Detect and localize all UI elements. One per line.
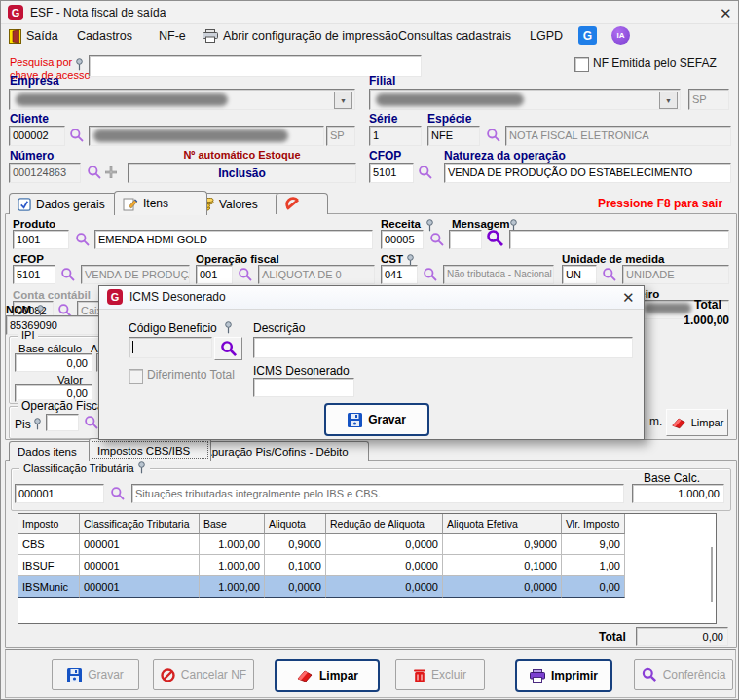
classificacao-code-field[interactable]: 000001 (15, 484, 104, 503)
sefaz-checkbox-label: NF Emitida pelo SEFAZ (593, 56, 717, 70)
dialog-gravar-button[interactable]: Gravar (324, 403, 429, 436)
table-row-selected[interactable]: IBSMunic 000001 1.000,00 0,0000 0,0000 0… (18, 576, 716, 598)
dialog-close-button[interactable]: ✕ (622, 289, 635, 307)
item-cfop-field[interactable]: 5101 (13, 265, 55, 284)
col-aliquota[interactable]: Aliquota (265, 514, 326, 534)
app-window: G ESF - Nota fiscal de saída ✕ Saída Cad… (0, 0, 739, 700)
search-icon[interactable] (486, 128, 501, 143)
menu-nfe[interactable]: NF-e (159, 24, 186, 48)
mensagem-code-field[interactable] (449, 230, 482, 249)
search-icon[interactable] (418, 165, 433, 180)
window-close-button[interactable]: ✕ (720, 5, 732, 22)
tab-impostos-cbs-ibs[interactable]: Impostos CBS/IBS (89, 438, 211, 461)
limpar-button[interactable]: Limpar (275, 659, 380, 692)
cst-desc-field: Não tributada - Nacional (443, 265, 554, 284)
floppy-icon (348, 413, 362, 427)
tab-itens[interactable]: Itens (114, 191, 207, 215)
menu-config-impressao[interactable]: Abrir configuração de impressão (203, 24, 398, 48)
pin-icon (137, 461, 146, 474)
search-icon[interactable] (602, 267, 617, 282)
search-icon[interactable] (75, 232, 91, 247)
plus-icon[interactable] (105, 166, 117, 178)
search-icon[interactable] (69, 128, 85, 143)
col-reducao[interactable]: Redução de Aliquota (326, 514, 443, 534)
title-bar: G ESF - Nota fiscal de saída ✕ (1, 1, 738, 24)
search-icon-bold[interactable] (486, 229, 504, 247)
search-icon[interactable] (84, 415, 99, 430)
opfiscal-label: Operação fiscal (196, 253, 279, 265)
auto-estoque-label: Nº automático Estoque (128, 149, 356, 161)
menu-saida[interactable]: Saída (9, 24, 58, 48)
table-header-row: Imposto Classificação Tributaria Base Al… (18, 514, 716, 534)
printer-icon (203, 29, 218, 43)
tab-extra[interactable] (276, 193, 328, 214)
table-row[interactable]: CBS 000001 1.000,00 0,9000 0,0000 0,9000… (18, 534, 716, 555)
combo-arrow-icon[interactable]: ▼ (659, 92, 678, 109)
pis-field[interactable] (46, 414, 79, 431)
pin-icon (33, 417, 42, 434)
um-label: Unidade de medida (562, 253, 664, 265)
codigo-search-button[interactable] (214, 337, 242, 360)
cst-field[interactable]: 041 (381, 265, 418, 284)
search-icon[interactable] (238, 267, 253, 282)
search-icon[interactable] (110, 486, 126, 501)
exit-door-icon (9, 29, 21, 44)
natureza-field[interactable]: VENDA DE PRODUÇÃO DO ESTABELECIMENTO (444, 163, 731, 183)
serie-field[interactable]: 1 (369, 126, 422, 146)
um-field[interactable]: UN (562, 265, 597, 284)
cliente-code-field[interactable]: 000002 (9, 126, 65, 146)
search-icon[interactable] (60, 267, 76, 282)
col-imposto[interactable]: Imposto (18, 514, 80, 534)
menu-ia-badge-icon[interactable]: IA (611, 26, 630, 45)
menu-g-badge-icon[interactable]: G (578, 26, 597, 45)
opfiscal-field[interactable]: 001 (196, 265, 233, 284)
descricao-field[interactable] (253, 337, 633, 358)
tab-apuracao-pis-cofins[interactable]: Apuração Pis/Cofins - Débito (196, 441, 369, 461)
icms-desonerado-field[interactable] (253, 378, 354, 397)
gravar-button: Gravar (52, 659, 139, 690)
numero-field: 000124863 (9, 163, 81, 183)
ipi-base-field[interactable]: 0,00 (15, 353, 92, 372)
table-scrollbar[interactable] (711, 547, 713, 602)
menu-consultas-cadastrais[interactable]: Consultas cadastrais (398, 24, 511, 48)
receita-field[interactable]: 00005 (381, 230, 424, 249)
filial-combobox[interactable]: ▼ (369, 89, 681, 110)
menu-cadastros[interactable]: Cadastros (77, 24, 132, 48)
codigo-beneficio-field[interactable] (129, 337, 212, 358)
diferimento-label: Diferimento Total (147, 368, 235, 382)
col-base[interactable]: Base (200, 514, 265, 534)
window-title: ESF - Nota fiscal de saída (30, 6, 166, 19)
table-row[interactable]: IBSUF 000001 1.000,00 0,1000 0,0000 0,10… (18, 555, 716, 576)
col-classificacao[interactable]: Classificação Tributaria (80, 514, 200, 534)
mensagem-desc-field[interactable] (509, 230, 729, 249)
cfop-header-field[interactable]: 5101 (369, 163, 414, 183)
cliente-uf-field: SP (326, 126, 355, 146)
diferimento-checkbox (129, 369, 143, 384)
empresa-combobox[interactable]: ▼ (9, 89, 355, 110)
especie-desc-field: NOTA FISCAL ELETRONICA (505, 126, 731, 146)
tab-dados-gerais[interactable]: Dados gerais (9, 193, 129, 214)
produto-code-field[interactable]: 1001 (13, 230, 69, 249)
sefaz-checkbox[interactable] (574, 57, 589, 72)
search-icon[interactable] (423, 267, 438, 282)
redacted-ccusto (645, 303, 691, 313)
menu-lgpd[interactable]: LGPD (530, 24, 563, 48)
app-logo-icon: G (8, 5, 23, 20)
dialog-title: ICMS Desonerado (129, 290, 226, 304)
imprimir-button[interactable]: Imprimir (515, 659, 612, 692)
ipi-legend: IPI (18, 329, 38, 341)
col-aliquota-efetiva[interactable]: Aliquota Efetiva (443, 514, 562, 534)
produto-desc-field[interactable]: EMENDA HDMI GOLD (94, 230, 373, 249)
search-icon[interactable] (87, 165, 102, 180)
search-icon (642, 667, 657, 682)
base-calc-field: 1.000,00 (632, 484, 724, 503)
item-limpar-button[interactable]: Limpar (666, 409, 728, 436)
trash-icon (414, 668, 425, 682)
search-icon[interactable] (429, 232, 445, 247)
pis-label: Pis (15, 418, 31, 431)
especie-field[interactable]: NFE (427, 126, 480, 146)
combo-arrow-icon[interactable]: ▼ (334, 92, 352, 109)
numero-label: Número (10, 149, 54, 163)
col-vlr-imposto[interactable]: Vlr. Imposto (562, 514, 625, 534)
um-desc-field: UNIDADE (622, 265, 729, 284)
